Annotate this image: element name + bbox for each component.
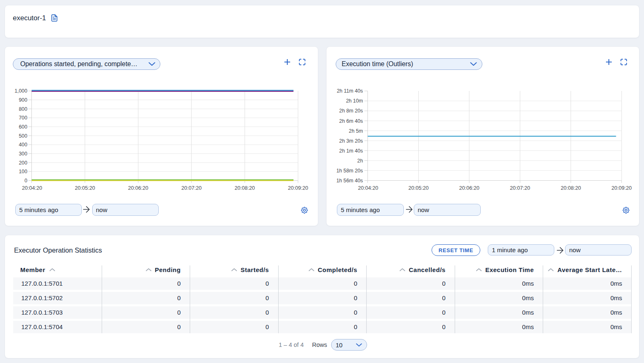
svg-text:20:07:20: 20:07:20 [510, 185, 530, 191]
svg-text:1h 56m 40s: 1h 56m 40s [336, 178, 363, 184]
svg-text:20:06:20: 20:06:20 [459, 185, 479, 191]
svg-text:900: 900 [19, 97, 27, 103]
svg-text:700: 700 [19, 115, 27, 121]
svg-text:2h 1m 40s: 2h 1m 40s [339, 148, 363, 154]
svg-text:20:08:20: 20:08:20 [561, 185, 581, 191]
svg-text:20:06:20: 20:06:20 [128, 185, 148, 191]
svg-text:200: 200 [19, 160, 27, 166]
svg-text:20:04:20: 20:04:20 [22, 185, 42, 191]
svg-text:400: 400 [19, 142, 27, 148]
svg-text:20:04:20: 20:04:20 [358, 185, 378, 191]
svg-text:2h 6m 40s: 2h 6m 40s [339, 118, 363, 124]
svg-text:100: 100 [19, 169, 27, 174]
svg-text:2h 10m: 2h 10m [346, 98, 363, 104]
svg-text:2h: 2h [357, 158, 363, 164]
svg-text:20:05:20: 20:05:20 [75, 185, 95, 191]
svg-text:300: 300 [19, 151, 27, 157]
svg-text:20:08:20: 20:08:20 [235, 185, 255, 191]
svg-text:2h 11m 40s: 2h 11m 40s [337, 88, 363, 94]
svg-text:20:07:20: 20:07:20 [181, 185, 202, 191]
svg-text:500: 500 [19, 133, 27, 139]
svg-text:800: 800 [19, 106, 27, 112]
svg-text:2h 8m 20s: 2h 8m 20s [339, 108, 363, 114]
svg-text:0: 0 [24, 178, 27, 184]
svg-text:1,000: 1,000 [14, 88, 27, 94]
svg-text:20:09:20: 20:09:20 [288, 185, 308, 191]
svg-text:600: 600 [19, 124, 27, 130]
svg-text:20:05:20: 20:05:20 [408, 185, 429, 191]
svg-text:1h 58m 20s: 1h 58m 20s [336, 168, 363, 174]
svg-text:2h 3m 20s: 2h 3m 20s [339, 138, 363, 144]
svg-text:20:09:20: 20:09:20 [611, 185, 632, 191]
svg-text:2h 5m: 2h 5m [349, 128, 363, 134]
